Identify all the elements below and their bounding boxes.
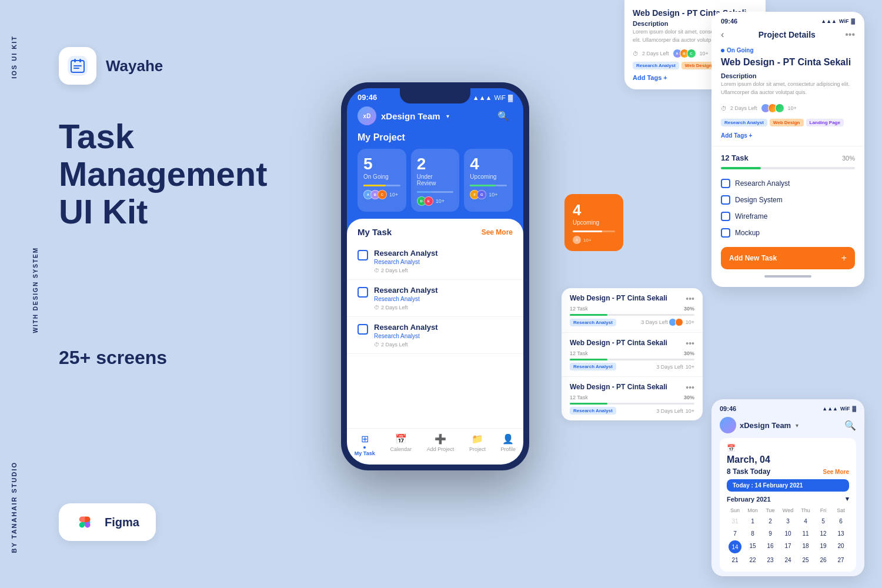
task-checkbox-2[interactable] — [358, 287, 368, 298]
bg-av-2 — [675, 318, 683, 326]
rp-task-item-4[interactable]: Mockup — [711, 225, 864, 241]
stat-card-ongoing[interactable]: 5 On Going A B C 10+ — [358, 149, 406, 212]
rp-progress-fill — [721, 167, 761, 169]
nav-project-icon: 📁 — [472, 433, 483, 445]
brp-see-more[interactable]: See More — [823, 469, 849, 475]
logo-area: Wayahe — [59, 47, 163, 85]
rp-avatar-count: 10+ — [788, 105, 797, 111]
nav-item-mytask[interactable]: ⊞ My Task — [355, 433, 375, 456]
cal-day-19[interactable]: 19 — [815, 540, 831, 553]
nav-dot-mytask — [363, 446, 366, 449]
bg-stat-number: 4 — [573, 201, 615, 219]
cal-day-2[interactable]: 2 — [762, 516, 779, 527]
bg-task-list: Web Design - PT Cinta Sekali ••• 12 Task… — [562, 288, 703, 420]
stat-count-upcoming: 10+ — [489, 192, 497, 198]
wifi-icon: WiF — [494, 94, 506, 101]
bg-task-pct-2: 30% — [684, 350, 694, 356]
nav-item-profile[interactable]: 👤 Profile — [501, 433, 516, 456]
calendar-grid: Sun Mon Tue Wed Thu Fri Sat 31 1 2 3 4 5… — [727, 506, 849, 566]
cal-day-20[interactable]: 20 — [833, 540, 849, 553]
task-item-1[interactable]: Research Analyst Research Analyst ⏱ 2 Da… — [347, 243, 523, 280]
rp-checkbox-1[interactable] — [721, 179, 730, 188]
today-badge: Today : 14 February 2021 — [727, 479, 849, 492]
cal-day-18[interactable]: 18 — [797, 540, 814, 553]
cal-day-31[interactable]: 31 — [727, 516, 743, 527]
rp-task-item-1[interactable]: Research Analyst — [711, 175, 864, 192]
phone-notch — [400, 88, 470, 103]
brp-team[interactable]: xDesign Team ▾ — [720, 417, 799, 433]
cal-day-11[interactable]: 11 — [797, 528, 814, 539]
bg-task-row-1: Web Design - PT Cinta Sekali ••• 12 Task… — [562, 288, 703, 333]
month-select[interactable]: February 2021 ▾ — [727, 495, 849, 503]
cal-day-25[interactable]: 25 — [797, 554, 814, 566]
cal-day-22[interactable]: 22 — [744, 554, 761, 566]
bg-task-tag-1: Research Analyst — [570, 319, 616, 326]
rp-checkbox-3[interactable] — [721, 212, 730, 221]
ongoing-label: On Going — [727, 47, 754, 54]
cal-day-27[interactable]: 27 — [833, 554, 849, 566]
dots-icon-3[interactable]: ••• — [686, 383, 694, 392]
nav-project-label: Project — [469, 446, 486, 452]
brp-header: xDesign Team ▾ 🔍 — [711, 415, 864, 438]
rp-checkbox-4[interactable] — [721, 228, 730, 238]
task-due-2: ⏱ 2 Days Left — [374, 305, 513, 310]
cal-day-10[interactable]: 10 — [780, 528, 796, 539]
cal-day-26[interactable]: 26 — [815, 554, 831, 566]
bg-task-days-2: 3 Days Left — [656, 364, 683, 370]
nav-item-add[interactable]: ➕ Add Project — [427, 433, 455, 456]
brp-team-name: xDesign Team — [740, 421, 791, 430]
search-button[interactable]: 🔍 — [494, 106, 513, 125]
add-new-task-button[interactable]: Add New Task + — [721, 247, 855, 269]
rp-menu-dots[interactable]: ••• — [845, 29, 855, 40]
rp-add-tags[interactable]: Add Tags + — [711, 130, 864, 143]
cal-header-sat: Sat — [833, 506, 849, 514]
cal-day-15[interactable]: 15 — [744, 540, 761, 553]
dots-icon-1[interactable]: ••• — [686, 294, 694, 303]
cal-day-13[interactable]: 13 — [833, 528, 849, 539]
rp-task-item-2[interactable]: Design System — [711, 192, 864, 208]
nav-item-calendar[interactable]: 📅 Calendar — [390, 433, 412, 456]
stat-number-review: 2 — [417, 156, 454, 172]
rp-task-name-2: Design System — [735, 196, 783, 204]
signal-icon: ▲▲▲ — [473, 94, 492, 101]
cal-day-21[interactable]: 21 — [727, 554, 743, 566]
plus-icon: + — [841, 253, 847, 263]
cal-day-5[interactable]: 5 — [815, 516, 831, 527]
cal-day-3[interactable]: 3 — [780, 516, 796, 527]
stat-card-upcoming[interactable]: 4 Upcoming F G 10+ — [464, 149, 513, 212]
cal-day-16[interactable]: 16 — [762, 540, 779, 553]
cal-day-1[interactable]: 1 — [744, 516, 761, 527]
figma-icon — [75, 512, 96, 533]
rp-checkbox-2[interactable] — [721, 195, 730, 205]
cal-day-6[interactable]: 6 — [833, 516, 849, 527]
nav-item-project[interactable]: 📁 Project — [469, 433, 486, 456]
cal-day-9[interactable]: 9 — [762, 528, 779, 539]
cal-day-12[interactable]: 12 — [815, 528, 831, 539]
task-checkbox-1[interactable] — [358, 250, 368, 260]
task-item-2[interactable]: Research Analyst Research Analyst ⏱ 2 Da… — [347, 280, 523, 317]
rp-days-left: 2 Days Left — [730, 105, 757, 111]
cal-day-17[interactable]: 17 — [780, 540, 796, 553]
cal-day-7[interactable]: 7 — [727, 528, 743, 539]
tag-research: Research Analyst — [633, 62, 679, 69]
phone-team[interactable]: xD xDesign Team ▾ — [358, 106, 449, 125]
clock-icon-2: ⏱ — [374, 305, 379, 310]
stat-progress-ongoing — [363, 185, 400, 186]
figma-badge[interactable]: Figma — [59, 503, 156, 541]
cal-day-23[interactable]: 23 — [762, 554, 779, 566]
brp-search-button[interactable]: 🔍 — [844, 420, 856, 431]
cal-day-4[interactable]: 4 — [797, 516, 814, 527]
task-checkbox-3[interactable] — [358, 324, 368, 335]
rp-back-button[interactable]: ‹ — [721, 29, 724, 40]
stat-card-review[interactable]: 2 Under Review D E 10+ — [411, 149, 460, 212]
task-item-3[interactable]: Research Analyst Research Analyst ⏱ 2 Da… — [347, 317, 523, 354]
rp-task-item-3[interactable]: Wireframe — [711, 208, 864, 225]
bg-task-actions-1: ••• — [686, 294, 694, 303]
rp-status-badge: On Going — [711, 45, 864, 56]
see-more-link[interactable]: See More — [482, 228, 513, 236]
dots-icon-2[interactable]: ••• — [686, 339, 694, 348]
task-subtitle-2: Research Analyst — [374, 296, 513, 302]
cal-day-14-today[interactable]: 14 — [729, 540, 741, 553]
cal-day-8[interactable]: 8 — [744, 528, 761, 539]
cal-day-24[interactable]: 24 — [780, 554, 796, 566]
